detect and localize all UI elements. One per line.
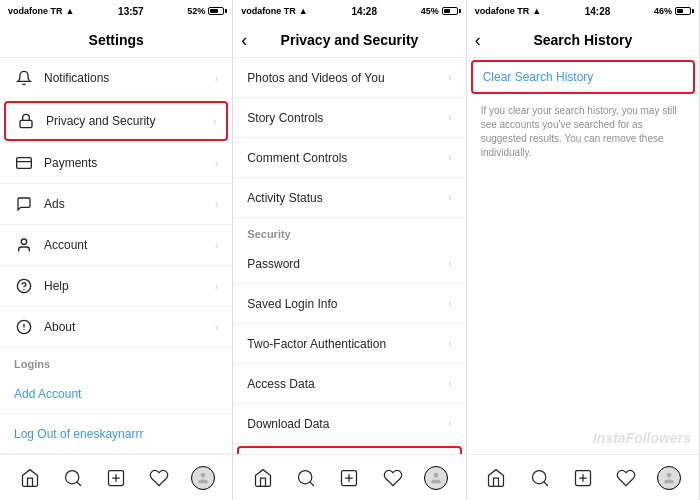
activity-label: Activity Status [247,191,448,205]
help-icon [14,276,34,296]
about-label: About [44,320,215,334]
settings-item-add-account[interactable]: Add Account [0,374,232,414]
svg-line-22 [543,481,547,485]
time-2: 14:28 [351,6,377,17]
privacy-item-clear-search[interactable]: Clear Search History › [237,446,461,454]
tab-heart-1[interactable] [145,464,173,492]
privacy-item-password[interactable]: Password › [233,244,465,284]
settings-item-about[interactable]: About › [0,307,232,348]
status-left-1: vodafone TR ▲ [8,6,74,16]
two-factor-label: Two-Factor Authentication [247,337,448,351]
add-account-label: Add Account [14,387,218,401]
tab-heart-3[interactable] [612,464,640,492]
privacy-item-download-data[interactable]: Download Data › [233,404,465,444]
profile-avatar-3[interactable] [657,466,681,490]
privacy-item-photos[interactable]: Photos and Videos of You › [233,58,465,98]
settings-item-help[interactable]: Help › [0,266,232,307]
search-history-panel: vodafone TR ▲ 14:28 46% ‹ Search History… [467,0,700,500]
time-1: 13:57 [118,6,144,17]
svg-point-3 [21,239,26,244]
about-chevron: › [215,322,218,333]
privacy-chevron: › [213,116,216,127]
privacy-item-saved-login[interactable]: Saved Login Info › [233,284,465,324]
logout-enes-label: Log Out of eneskaynarrr [14,427,218,441]
logins-section-label: Logins [0,348,232,374]
comment-label: Comment Controls [247,151,448,165]
password-label: Password [247,257,448,271]
photos-label: Photos and Videos of You [247,71,448,85]
clear-btn-label: Clear Search History [483,70,594,84]
ads-icon [14,194,34,214]
password-chevron: › [448,258,451,269]
svg-rect-0 [20,120,32,127]
notifications-chevron: › [215,73,218,84]
help-chevron: › [215,281,218,292]
tab-bar-3 [467,454,699,500]
status-bar-3: vodafone TR ▲ 14:28 46% [467,0,699,22]
svg-line-10 [77,481,81,485]
tab-search-2[interactable] [292,464,320,492]
battery-pct-2: 45% [421,6,439,16]
settings-item-ads[interactable]: Ads › [0,184,232,225]
tab-add-3[interactable] [569,464,597,492]
tab-home-3[interactable] [482,464,510,492]
profile-avatar-1[interactable] [191,466,215,490]
story-chevron: › [448,112,451,123]
tab-home-1[interactable] [16,464,44,492]
payments-chevron: › [215,158,218,169]
privacy-item-access-data[interactable]: Access Data › [233,364,465,404]
svg-rect-1 [17,158,32,169]
payments-icon [14,153,34,173]
status-right-1: 52% [187,6,224,16]
notifications-icon [14,68,34,88]
privacy-item-comment[interactable]: Comment Controls › [233,138,465,178]
about-icon [14,317,34,337]
settings-item-payments[interactable]: Payments › [0,143,232,184]
payments-label: Payments [44,156,215,170]
download-data-chevron: › [448,418,451,429]
tab-search-1[interactable] [59,464,87,492]
tab-profile-3[interactable] [655,464,683,492]
tab-profile-1[interactable] [189,464,217,492]
privacy-list: Photos and Videos of You › Story Control… [233,58,465,454]
notifications-label: Notifications [44,71,215,85]
tab-add-2[interactable] [335,464,363,492]
nav-bar-2: ‹ Privacy and Security [233,22,465,58]
saved-login-label: Saved Login Info [247,297,448,311]
settings-item-account[interactable]: Account › [0,225,232,266]
tab-search-3[interactable] [526,464,554,492]
back-button-3[interactable]: ‹ [475,31,481,49]
signal-icon-1: ▲ [66,6,75,16]
activity-chevron: › [448,192,451,203]
back-button-2[interactable]: ‹ [241,31,247,49]
download-data-label: Download Data [247,417,448,431]
watermark: InstaFollowers [587,426,697,450]
tab-bar-2 [233,454,465,500]
settings-item-notifications[interactable]: Notifications › [0,58,232,99]
settings-item-logout-enes[interactable]: Log Out of eneskaynarrr [0,414,232,454]
privacy-item-activity[interactable]: Activity Status › [233,178,465,218]
status-bar-1: vodafone TR ▲ 13:57 52% [0,0,232,22]
profile-avatar-2[interactable] [424,466,448,490]
clear-search-history-button[interactable]: Clear Search History [471,60,695,94]
saved-login-chevron: › [448,298,451,309]
settings-list: Notifications › Privacy and Security › [0,58,232,454]
settings-item-privacy[interactable]: Privacy and Security › [4,101,228,141]
privacy-item-two-factor[interactable]: Two-Factor Authentication › [233,324,465,364]
battery-icon-1 [208,7,224,15]
signal-icon-2: ▲ [299,6,308,16]
settings-panel: vodafone TR ▲ 13:57 52% Settings Notific… [0,0,233,500]
time-3: 14:28 [585,6,611,17]
help-label: Help [44,279,215,293]
privacy-item-story[interactable]: Story Controls › [233,98,465,138]
battery-pct-1: 52% [187,6,205,16]
status-right-2: 45% [421,6,458,16]
tab-add-1[interactable] [102,464,130,492]
tab-profile-2[interactable] [422,464,450,492]
battery-pct-3: 46% [654,6,672,16]
carrier-3: vodafone TR [475,6,530,16]
privacy-security-panel: vodafone TR ▲ 14:28 45% ‹ Privacy and Se… [233,0,466,500]
account-label: Account [44,238,215,252]
tab-home-2[interactable] [249,464,277,492]
tab-heart-2[interactable] [379,464,407,492]
